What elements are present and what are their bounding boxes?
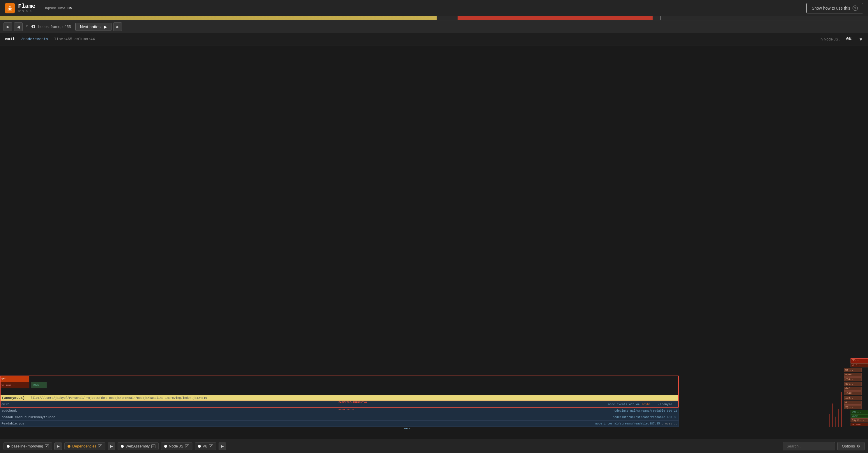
first-frame-button[interactable]: ⏮ — [3, 23, 12, 31]
dep-dot — [67, 445, 70, 448]
frame-hash: # — [26, 25, 28, 29]
flame-block-readable-push-loc: node:internal/streams/readable:387:35 — [595, 422, 660, 425]
prev-frame-button[interactable]: ◀ — [14, 23, 23, 31]
baseline-improving-label: BASELINE-IMPROVING — [339, 401, 367, 404]
flame-block-readable-add[interactable]: readableAddChunkPushByteMode node:intern… — [0, 414, 679, 420]
right-blocks-col: CE... V8 R... wr... open rea... get... d… — [844, 46, 868, 427]
flame-block-readable-add-loc: node:internal/streams/readable:463:38 — [613, 416, 677, 419]
filter-nodejs-label: Node JS — [169, 444, 183, 448]
timeline-bar[interactable] — [0, 16, 868, 20]
right-accent-bar-1 — [841, 392, 842, 427]
filter-more-button[interactable]: ▶ — [219, 443, 226, 450]
flame-block-addchunk-label: addChunk — [1, 409, 17, 413]
filter-baseline-improving[interactable]: baseline-improving — [3, 442, 52, 450]
flame-block-anonymous[interactable]: (anonymous) file:///Users/jackyef/Person… — [0, 395, 679, 401]
right-block-wr[interactable]: wr... — [844, 368, 862, 372]
flame-block-label-v8: V8 RUNT... — [1, 384, 16, 387]
right-block-open[interactable]: open — [844, 373, 862, 377]
flame-block-readable-push-proces: proces... — [662, 422, 677, 425]
nav-bar: ⏮ ◀ # 43 hottest frame, of 55 Next hotte… — [0, 20, 868, 33]
info-dropdown-button[interactable]: ▾ — [858, 36, 863, 42]
right-block-get2[interactable]: get... — [844, 382, 862, 386]
filter-wasm-label: WebAssembly — [125, 444, 150, 448]
filter-webassembly[interactable]: WebAssembly — [118, 442, 159, 450]
info-in-node-label: In Node JS . — [819, 37, 840, 41]
next-hottest-arrow-icon: ▶ — [104, 25, 107, 29]
flame-block-readable-push-label: Readable.push — [1, 422, 27, 425]
flame-block-emit-anon2: (anonymo... — [658, 403, 677, 406]
right-block-async[interactable]: Async... — [850, 418, 868, 422]
right-block-V8R[interactable]: V8 R... — [850, 363, 868, 367]
right-accent-bar-5 — [829, 414, 830, 427]
flame-block-emit-label: emit — [1, 403, 9, 406]
right-block-def[interactable]: def... — [844, 387, 862, 391]
timeline-marker — [660, 16, 661, 20]
filter-dep-expand-button[interactable]: ▶ — [108, 443, 115, 450]
flame-block-emit-maybe: maybe... — [642, 403, 656, 406]
wasm-dot — [121, 445, 124, 448]
flame-block-emit-loc: node:events:465:44 — [608, 403, 640, 406]
svg-point-2 — [9, 8, 11, 10]
info-file: /node:events — [21, 37, 48, 41]
v8-dot — [198, 445, 201, 448]
filter-expand-button[interactable]: ▶ — [55, 443, 62, 450]
options-label: Options — [842, 444, 855, 448]
right-accent-bar-2 — [838, 409, 839, 427]
flame-block-readable-add-label: readableAddChunkPushByteMode — [1, 416, 55, 419]
flame-block-label: get... — [1, 377, 11, 380]
right-block-get3[interactable]: get... — [850, 410, 868, 414]
filter-v8-check[interactable] — [209, 444, 213, 448]
flame-block-label-anon: (anonymous) — [2, 396, 25, 400]
flame-block-v8runt[interactable]: V8 RUNT... — [0, 382, 29, 388]
right-block-load[interactable]: load — [844, 391, 862, 395]
flame-block-readable-push[interactable]: Readable.push node:internal/streams/read… — [0, 420, 679, 427]
flame-block-node[interactable]: NODE — [31, 382, 47, 388]
search-input[interactable] — [783, 442, 835, 450]
filter-v8-label: V8 — [203, 444, 207, 448]
show-how-label: Show how to use this — [812, 6, 850, 10]
app-name: Flame — [18, 3, 35, 10]
flame-container: get... V8 RUNT... NODE (anonymous) file:… — [0, 46, 868, 439]
info-line-col: line:465 column:44 — [54, 37, 95, 41]
next-hottest-label: Next hottest — [80, 25, 101, 29]
right-block-rea[interactable]: rea... — [844, 377, 862, 382]
baseline-im-label: BASELINE-IM... — [339, 408, 358, 411]
options-icon: ⚙ — [857, 444, 860, 448]
timeline-red-fill — [458, 16, 653, 20]
filter-baseline-check[interactable] — [45, 444, 49, 448]
filter-nodejs[interactable]: Node JS — [161, 442, 192, 450]
filter-baseline-label: baseline-improving — [11, 444, 43, 448]
info-func-name: emit — [5, 37, 15, 42]
right-block-node-badge[interactable]: NODE — [850, 414, 868, 418]
show-how-button[interactable]: Show how to use this ? — [806, 3, 863, 13]
flame-block-label-node: NODE — [33, 384, 39, 387]
filter-dep-check[interactable] — [98, 444, 102, 448]
options-button[interactable]: Options ⚙ — [837, 442, 865, 450]
elapsed-value: 0s — [67, 6, 72, 10]
right-accent-bar-3 — [835, 417, 836, 427]
timeline-yellow-fill — [0, 16, 437, 20]
filter-v8[interactable]: V8 — [195, 442, 216, 450]
flame-block-addchunk-loc: node:internal/streams/readable:550:18 — [613, 409, 677, 413]
nodejs-dot — [164, 445, 167, 448]
frame-label: hottest frame, of 55 — [38, 25, 71, 29]
flame-block-anon-file: file:///Users/jackyef/Personal/Projects/… — [31, 396, 207, 400]
elapsed-label: Elapsed Time: 0s — [42, 6, 72, 10]
app-name-block: Flame v13.0.0 — [18, 3, 35, 13]
app-logo — [5, 3, 15, 13]
next-hottest-button[interactable]: Next hottest ▶ — [75, 23, 112, 31]
right-block-g[interactable]: #g... — [844, 405, 862, 409]
node-label-bottom: NODE — [404, 427, 410, 430]
right-block-v8runt-badge[interactable]: V8 RUNT... — [850, 423, 868, 426]
right-block-loa[interactable]: loa... — [844, 396, 862, 400]
bottom-bar: baseline-improving ▶ Dependencies ▶ WebA… — [0, 439, 868, 453]
filter-dependencies[interactable]: Dependencies — [64, 442, 105, 450]
last-frame-button[interactable]: ⏭ — [113, 23, 122, 31]
filter-nodejs-check[interactable] — [185, 444, 189, 448]
filter-wasm-check[interactable] — [151, 444, 155, 448]
question-icon: ? — [852, 5, 858, 11]
right-block-cr[interactable]: #cr... — [844, 401, 862, 405]
right-block-CE[interactable]: CE... — [850, 358, 868, 363]
info-bar: emit /node:events line:465 column:44 In … — [0, 33, 868, 46]
flame-block-get-v8[interactable]: get... — [0, 375, 29, 382]
